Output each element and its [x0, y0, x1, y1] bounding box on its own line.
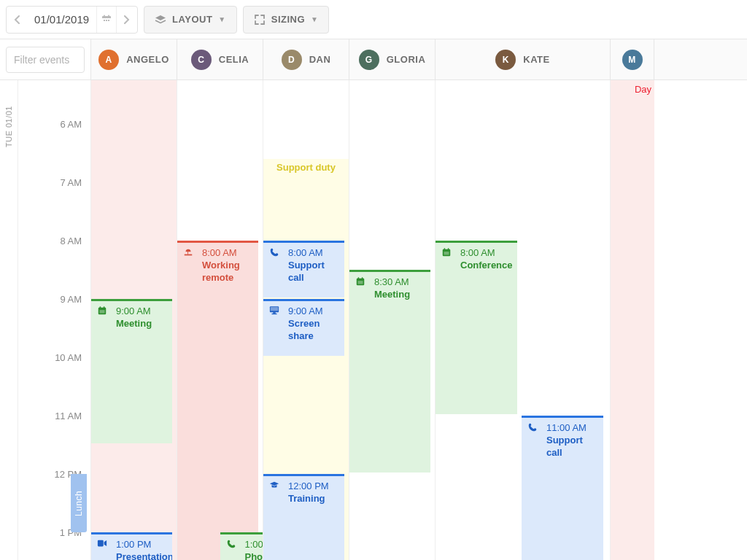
resource-header-col5[interactable]: M — [611, 39, 654, 79]
avatar: A — [98, 50, 119, 70]
calendar-event[interactable]: 8:00 AMSupport call — [263, 241, 344, 298]
resource-header-kate[interactable]: KKATE — [436, 39, 611, 79]
svg-rect-10 — [100, 310, 105, 313]
resource-name: KATE — [523, 54, 549, 65]
resource-name: CELIA — [219, 54, 249, 65]
avatar: C — [191, 50, 212, 70]
svg-rect-14 — [273, 312, 276, 314]
event-title: Working remote — [202, 260, 252, 284]
umbrella-icon — [183, 247, 193, 257]
resource-name: ANGELO — [126, 54, 169, 65]
sizing-dropdown[interactable]: SIZING ▼ — [243, 6, 330, 34]
event-title: Support duty — [263, 162, 349, 173]
resource-header: AANGELOCCELIADDANGGLORIAKKATEM — [0, 39, 747, 80]
sizing-label: SIZING — [271, 14, 305, 25]
svg-rect-22 — [448, 248, 449, 250]
prev-date-button[interactable] — [7, 7, 27, 33]
gradcap-icon — [269, 481, 279, 489]
time-label: 9 AM — [18, 294, 90, 305]
calendar-icon — [97, 306, 107, 316]
date-display[interactable]: 01/01/2019 — [27, 13, 96, 26]
event-time: 1:00 PM — [245, 539, 263, 551]
event-title: Training — [288, 493, 329, 505]
layout-dropdown[interactable]: LAYOUT ▼ — [144, 6, 237, 34]
event-title: Conference — [460, 260, 513, 271]
next-date-button[interactable] — [117, 7, 137, 33]
resource-name: DAN — [309, 54, 331, 65]
schedule-column[interactable]: 8:30 AMMeeting — [349, 80, 436, 560]
calendar-event[interactable]: 1:00 PMPresentation — [91, 532, 172, 560]
event-title: Support call — [288, 260, 338, 284]
phone-icon — [527, 422, 538, 432]
svg-rect-6 — [108, 20, 109, 21]
date-picker: 01/01/2019 — [6, 6, 138, 34]
schedule-column[interactable]: 8:00 AMConference11:00 AMSupport call — [436, 80, 611, 560]
toolbar: 01/01/2019 LAYOUT ▼ SIZING ▼ — [0, 0, 747, 39]
svg-rect-17 — [358, 277, 360, 279]
resource-header-celia[interactable]: CCELIA — [177, 39, 263, 79]
calendar-event[interactable]: 9:00 AMScreen share — [263, 299, 344, 356]
svg-rect-9 — [104, 306, 105, 308]
resource-header-gloria[interactable]: GGLORIA — [349, 39, 436, 79]
resize-icon — [254, 14, 266, 26]
schedule-column[interactable]: 8:00 AMWorking remote1:00 PMPhone meetin… — [177, 80, 263, 560]
schedule-column[interactable]: Support duty8:00 AMSupport call9:00 AMSc… — [263, 80, 349, 560]
calendar-picker-button[interactable] — [96, 7, 117, 33]
filter-events-input[interactable] — [6, 47, 85, 73]
schedule-grid[interactable]: 9:00 AMMeeting1:00 PMPresentation8:00 AM… — [91, 80, 747, 560]
calendar-event[interactable]: 9:00 AMMeeting — [91, 299, 172, 443]
calendar-icon — [441, 247, 452, 257]
resource-name: GLORIA — [387, 54, 426, 65]
resource-header-angelo[interactable]: AANGELO — [91, 39, 177, 79]
time-label: 8 AM — [18, 236, 90, 246]
calendar-event[interactable]: 8:00 AMConference — [436, 241, 517, 414]
svg-rect-18 — [362, 277, 363, 279]
svg-rect-2 — [104, 15, 105, 17]
day-label-column: TUE 01/01 — [0, 80, 18, 560]
avatar: K — [495, 50, 516, 70]
calendar-event[interactable]: 8:00 AMWorking remote — [177, 241, 258, 560]
calendar-event[interactable]: 12:00 PMTraining — [263, 474, 344, 560]
day-label: TUE 01/01 — [4, 106, 13, 147]
event-title: Meeting — [116, 318, 152, 330]
scheduler: AANGELOCCELIADDANGGLORIAKKATEM TUE 01/01… — [0, 39, 747, 560]
event-time: 8:00 AM — [288, 247, 338, 259]
calendar-icon — [355, 276, 365, 287]
schedule-column[interactable]: Day — [611, 80, 654, 560]
scheduler-body: TUE 01/01 6 AM7 AM8 AM9 AM10 AM11 AM12 P… — [0, 80, 747, 560]
calendar-event[interactable]: 11:00 AMSupport call — [522, 416, 603, 560]
resource-header-dan[interactable]: DDAN — [263, 39, 349, 79]
event-title: Meeting — [374, 289, 410, 300]
calendar-event[interactable]: 1:00 PMPhone meeting — [220, 532, 263, 560]
calendar-event[interactable]: 8:30 AMMeeting — [349, 270, 430, 472]
desktop-icon — [269, 306, 279, 315]
svg-rect-19 — [358, 281, 363, 284]
chevron-down-icon: ▼ — [218, 15, 225, 23]
lunch-block[interactable]: Lunch — [71, 474, 87, 532]
svg-rect-3 — [108, 15, 109, 17]
layers-icon — [155, 15, 166, 25]
event-time: 1:00 PM — [116, 539, 172, 551]
phone-icon — [226, 539, 236, 549]
video-icon — [97, 539, 107, 548]
event-title: Phone meeting — [245, 551, 263, 560]
filter-cell — [0, 39, 91, 79]
schedule-column[interactable]: 9:00 AMMeeting1:00 PMPresentation — [91, 80, 177, 560]
event-time: 11:00 AM — [546, 422, 597, 434]
avatar: D — [282, 50, 302, 70]
event-time: 8:30 AM — [374, 276, 410, 288]
svg-rect-11 — [98, 540, 104, 547]
svg-rect-13 — [271, 307, 279, 311]
svg-rect-21 — [444, 248, 446, 250]
event-title: Support call — [546, 435, 597, 459]
avatar: M — [622, 50, 643, 70]
event-time: 8:00 AM — [202, 247, 252, 259]
time-label: 6 AM — [18, 119, 90, 130]
chevron-left-icon — [14, 15, 20, 24]
time-label: 7 AM — [18, 177, 90, 188]
chevron-down-icon: ▼ — [311, 15, 318, 23]
event-time: 9:00 AM — [288, 306, 338, 317]
time-axis: 6 AM7 AM8 AM9 AM10 AM11 AM12 PM1 PMLunch — [18, 80, 91, 560]
chevron-right-icon — [124, 15, 130, 24]
calendar-icon — [101, 14, 112, 26]
